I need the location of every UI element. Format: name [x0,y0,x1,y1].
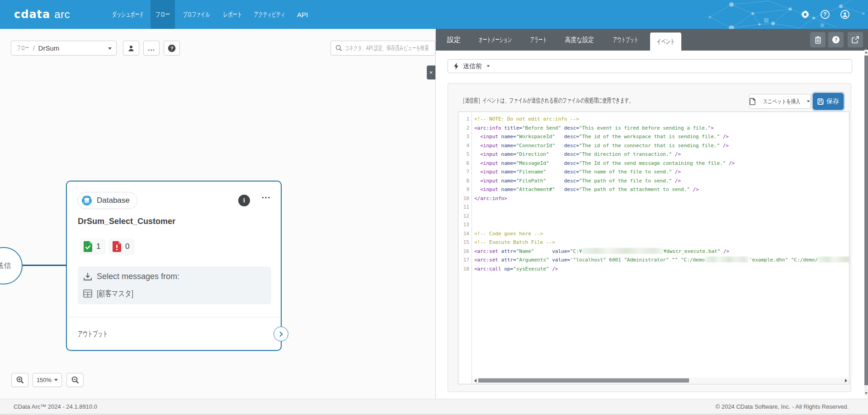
error-file-icon [112,241,122,252]
footer-version: CData Arc™ 2024 - 24.1.8910.0 [14,403,97,410]
send-port-label: 送信 [0,261,11,270]
nav-item-profiles[interactable]: プロファイル [183,0,225,29]
breadcrumb-root: フロー [17,44,29,52]
horizontal-scrollbar-thumb[interactable] [478,378,689,382]
line-number: 15 [458,238,472,247]
scroll-right-arrow[interactable] [843,378,849,383]
event-description: ［送信前］イベントは、ファイルが送信される前のファイルの前処理に使用できます。 [461,97,633,105]
gear-icon[interactable] [801,10,810,19]
select-messages-row: Select messages from: [83,272,179,281]
chevron-down-icon [54,379,58,381]
line-number: 9 [458,185,472,194]
account-icon[interactable] [840,10,849,19]
open-external-button[interactable] [848,32,863,47]
help-icon[interactable]: ? [821,10,830,19]
settings-tabbar: 設定 オートメーション アラート 高度な設定 アウトプット イベント [436,29,868,51]
zoom-level-select[interactable]: 150% [33,373,62,387]
code-line [472,212,849,221]
tab-events[interactable]: イベント [650,33,681,51]
line-number: 3 [458,132,472,141]
help-button[interactable]: ? [164,41,180,56]
card-more-button[interactable]: ... [262,191,271,201]
help-icon: ? [832,36,840,44]
line-number: 1 [458,115,472,124]
connector-type-badge: Database [77,192,137,209]
scroll-up-glyph [865,51,868,53]
scroll-left-glyph [474,379,476,382]
insert-snippet-button[interactable]: スニペットを挿入 [749,94,811,109]
flow-breadcrumb-select[interactable]: フロー / DrSum [11,41,117,56]
table-icon [83,289,92,298]
nav-item-reports[interactable]: レポート [223,0,251,29]
panel-help-button[interactable]: ? [828,32,844,47]
vertical-scrollbar-thumb[interactable] [864,56,868,385]
scroll-up-arrow[interactable] [864,50,868,55]
line-number: 8 [458,177,472,186]
tab-automation[interactable]: オートメーション [479,29,534,51]
code-line: <arc:info title="Before Send" desc="This… [472,124,849,133]
person-icon [127,45,135,52]
scroll-down-glyph [865,392,868,394]
search-input[interactable]: コネクタ、API 設定、保存済みビューを検索 [330,41,435,56]
scroll-down-arrow[interactable] [864,391,868,396]
code-line: </arc:info> [472,194,849,203]
tab-output[interactable]: アウトプット [613,29,655,51]
nav-item-activity[interactable]: アクティビティ [254,0,302,29]
horizontal-scrollbar[interactable] [472,378,849,383]
chevron-right-icon [278,331,284,337]
code-line: <input name="MessageId" desc="The Id of … [472,159,849,168]
code-line: <input name="ConnectorId" desc="The id o… [472,141,849,150]
code-editor[interactable]: 123456789101112131415161718 <!-- NOTE: D… [458,112,849,384]
connector-settings-panel: 設定 オートメーション アラート 高度な設定 アウトプット イベント [435,29,868,399]
redacted-text [818,256,849,262]
tab-advanced[interactable]: 高度な設定 [565,29,599,51]
error-count-badge[interactable]: 0 [108,238,135,255]
tab-alerts[interactable]: アラート [530,29,558,51]
inbox-arrow-icon [83,272,92,281]
event-editor-card: ［送信前］イベントは、ファイルが送信される前のファイルの前処理に使用できます。 … [448,83,851,392]
zoom-out-icon [71,376,79,384]
code-line: <arc:set attr="Name" value="C:¥¥dwscr_ex… [472,247,849,256]
success-count: 1 [96,242,100,251]
zoom-out-button[interactable] [66,373,84,387]
nav-item-flows[interactable]: フロー [151,0,175,29]
info-icon[interactable]: i [238,195,250,206]
delete-connector-button[interactable] [810,32,826,47]
connector-type-label: Database [97,196,130,205]
editor-code[interactable]: <!-- NOTE: Do not edit arc:info --><arc:… [472,112,849,377]
vertical-scrollbar[interactable] [864,50,868,396]
code-line: <input name="Filename" desc="The name of… [472,168,849,177]
chevron-down-icon [487,65,490,67]
close-panel-button[interactable]: × [427,65,435,79]
chevron-down-icon [108,47,112,50]
breadcrumb-separator: / [33,45,35,52]
scroll-left-arrow[interactable] [472,378,478,383]
line-number: 12 [458,212,472,221]
code-line: <!-- NOTE: Do not edit arc:info --> [472,115,849,124]
more-button[interactable]: ... [143,41,160,56]
tab-settings[interactable]: 設定 [447,29,461,51]
output-expand-button[interactable] [274,326,288,341]
external-link-icon [852,36,859,43]
event-type-select[interactable]: 送信前 [448,59,852,73]
save-icon [817,98,824,105]
save-button[interactable]: 保存 [813,93,844,110]
ellipsis-icon: ... [148,44,155,52]
select-messages-section: Select messages from: [顧客マスタ] [78,266,271,304]
zoom-in-button[interactable] [11,373,28,387]
help-icon: ? [168,44,176,52]
code-line: <arc:set attr="Arguments" value='"localh… [472,256,849,265]
user-button[interactable] [123,41,139,56]
connector-card[interactable]: Database i ... DrSum_Select_Customer 1 [66,181,282,351]
success-count-badge[interactable]: 1 [80,238,106,255]
footer: CData Arc™ 2024 - 24.1.8910.0 © 2024 CDa… [0,399,868,414]
line-number: 17 [458,256,472,265]
svg-text:?: ? [835,37,838,42]
logo-product: arc [54,8,70,21]
svg-text:?: ? [170,46,174,51]
cdata-arc-logo[interactable]: cdata arc [14,0,70,29]
code-line: <arc:call op="sysExecute" /> [472,265,849,274]
send-port-node[interactable]: 送信 [0,247,23,284]
nav-item-api[interactable]: API [297,0,308,29]
flow-canvas[interactable]: 送信 Database [0,29,435,399]
